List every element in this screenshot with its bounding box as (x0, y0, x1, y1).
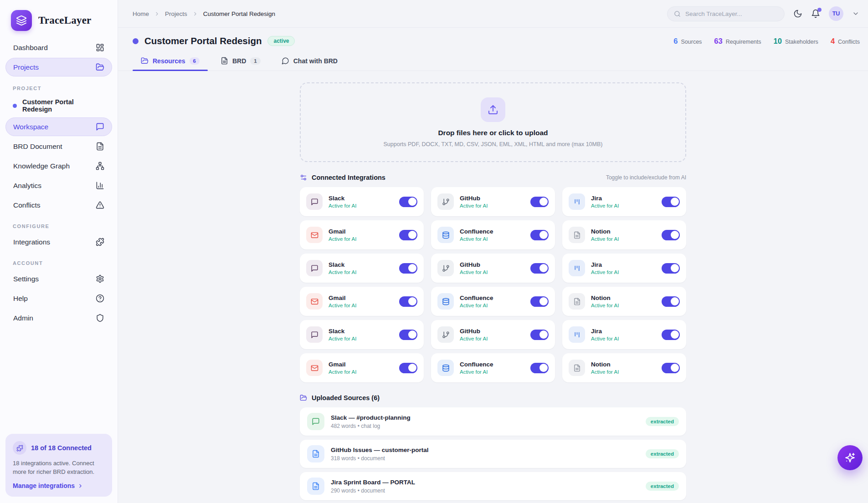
source-item[interactable]: Slack — #product-planning482 words • cha… (300, 407, 686, 436)
tab-brd[interactable]: BRD1 (212, 51, 269, 71)
sidebar-item-integrations[interactable]: Integrations (5, 233, 112, 251)
moon-icon (793, 9, 802, 18)
message-square-icon (96, 122, 104, 131)
integration-toggle-notion[interactable] (662, 363, 680, 373)
shield-icon (96, 314, 104, 322)
integrations-section-title: Connected Integrations (312, 174, 385, 181)
integration-card-github: GitHubActive for AI (431, 254, 555, 283)
chevron-right-icon (192, 11, 198, 17)
integration-toggle-confluence[interactable] (530, 296, 549, 307)
folder-open-icon (96, 63, 104, 71)
sidebar-item-settings[interactable]: Settings (5, 269, 112, 288)
message-square-icon (307, 413, 324, 430)
integration-toggle-gmail[interactable] (399, 363, 417, 373)
breadcrumb-item[interactable]: Home (133, 10, 149, 17)
dropzone-subtitle: Supports PDF, DOCX, TXT, MD, CSV, JSON, … (384, 141, 603, 147)
slack-icon (306, 193, 323, 210)
manage-integrations-link[interactable]: Manage integrations (13, 482, 105, 489)
ai-assistant-fab[interactable] (837, 445, 863, 470)
integration-toggle-slack[interactable] (399, 330, 417, 340)
gmail-icon (306, 227, 323, 243)
integration-toggle-gmail[interactable] (399, 230, 417, 240)
integration-card-slack: SlackActive for AI (300, 320, 424, 349)
integration-toggle-slack[interactable] (399, 197, 417, 207)
brand-logo (11, 10, 32, 31)
sidebar-item-conflicts[interactable]: Conflicts (5, 196, 112, 214)
uploaded-sources-list: Slack — #product-planning482 words • cha… (300, 407, 686, 500)
notifications-button[interactable] (811, 9, 820, 18)
integration-card-notion: NotionActive for AI (562, 220, 686, 249)
tab-badge: 1 (250, 57, 260, 65)
connected-card-description: 18 integrations active. Connect more for… (13, 459, 105, 477)
integration-card-notion: NotionActive for AI (562, 353, 686, 382)
integration-toggle-gmail[interactable] (399, 296, 417, 307)
extracted-badge: extracted (646, 417, 679, 426)
sidebar-current-project[interactable]: Customer Portal Redesign (5, 95, 112, 117)
file-text-icon (307, 478, 324, 495)
sidebar-item-help[interactable]: Help (5, 289, 112, 308)
sidebar: TraceLayer DashboardProjects PROJECT Cus… (0, 0, 118, 503)
sidebar-nav-configure: Integrations (5, 233, 112, 252)
sidebar-nav-main: DashboardProjects (5, 38, 112, 77)
integration-card-github: GitHubActive for AI (431, 320, 555, 349)
github-icon (437, 326, 454, 343)
extracted-badge: extracted (646, 482, 679, 491)
tab-resources[interactable]: Resources6 (133, 51, 208, 71)
integration-toggle-jira[interactable] (662, 197, 680, 207)
sidebar-item-projects[interactable]: Projects (5, 58, 112, 76)
sidebar-item-admin[interactable]: Admin (5, 309, 112, 327)
integration-toggle-github[interactable] (530, 197, 549, 207)
tab-badge: 6 (190, 57, 200, 65)
dark-mode-toggle[interactable] (793, 9, 802, 18)
integration-toggle-confluence[interactable] (530, 230, 549, 240)
integration-toggle-confluence[interactable] (530, 363, 549, 373)
integration-card-github: GitHubActive for AI (431, 187, 555, 216)
help-circle-icon (96, 294, 104, 303)
puzzle-icon (13, 441, 26, 455)
source-item[interactable]: Jira Sprint Board — PORTAL290 words • do… (300, 472, 686, 500)
sidebar-section-project: PROJECT (5, 77, 112, 95)
search-input[interactable] (685, 10, 778, 17)
network-icon (96, 162, 104, 170)
global-search[interactable] (667, 6, 785, 21)
folder-open-icon (141, 57, 149, 65)
integration-toggle-github[interactable] (530, 263, 549, 274)
stat-conflicts: 4Conflicts (831, 37, 860, 46)
sidebar-item-workspace[interactable]: Workspace (5, 117, 112, 136)
integration-toggle-slack[interactable] (399, 263, 417, 274)
avatar[interactable]: TU (829, 6, 843, 21)
integration-card-confluence: ConfluenceActive for AI (431, 353, 555, 382)
file-dropzone[interactable]: Drop files here or click to upload Suppo… (300, 82, 686, 162)
integration-card-jira: JiraActive for AI (562, 254, 686, 283)
sidebar-item-analytics[interactable]: Analytics (5, 176, 112, 195)
confluence-icon (437, 227, 454, 243)
integration-toggle-jira[interactable] (662, 330, 680, 340)
github-icon (437, 260, 454, 276)
jira-icon (569, 193, 585, 210)
notion-icon (569, 227, 585, 243)
source-item[interactable]: GitHub Issues — customer-portal318 words… (300, 440, 686, 468)
sidebar-item-brd-document[interactable]: BRD Document (5, 137, 112, 156)
gmail-icon (306, 293, 323, 310)
integration-toggle-jira[interactable] (662, 263, 680, 274)
search-icon (674, 10, 681, 17)
integration-toggle-notion[interactable] (662, 230, 680, 240)
integration-toggle-notion[interactable] (662, 296, 680, 307)
page-title: Customer Portal Redesign (144, 36, 262, 46)
sidebar-section-account: ACCOUNT (5, 252, 112, 269)
sidebar-item-dashboard[interactable]: Dashboard (5, 38, 112, 57)
chevron-down-icon (852, 10, 859, 17)
project-dot-icon (13, 104, 17, 108)
tab-chat-with-brd[interactable]: Chat with BRD (273, 51, 346, 71)
integration-toggle-github[interactable] (530, 330, 549, 340)
user-menu-chevron[interactable] (852, 10, 859, 17)
slack-icon (306, 260, 323, 276)
sidebar-item-knowledge-graph[interactable]: Knowledge Graph (5, 157, 112, 175)
breadcrumb-item: Customer Portal Redesign (203, 10, 275, 17)
sliders-icon (300, 174, 307, 181)
notion-icon (569, 293, 585, 310)
upload-icon (481, 97, 505, 122)
layers-icon (16, 15, 27, 26)
breadcrumb-item[interactable]: Projects (165, 10, 187, 17)
project-status-dot (133, 38, 139, 44)
